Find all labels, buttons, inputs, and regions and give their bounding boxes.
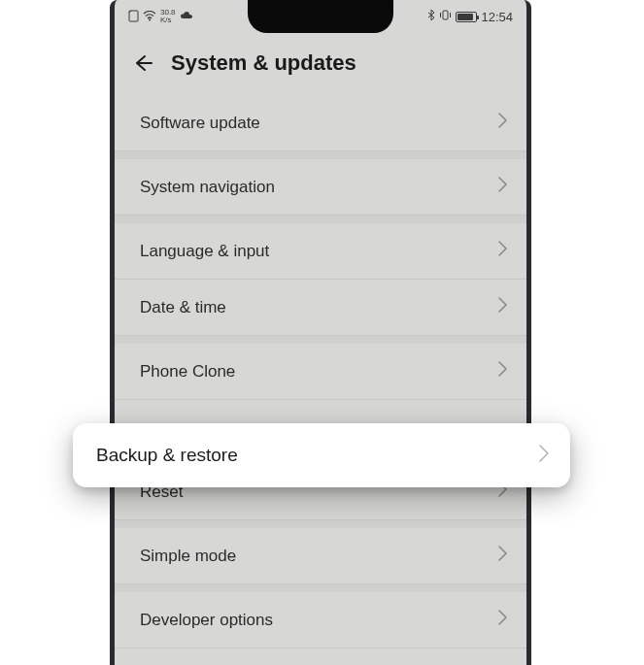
chevron-right-icon — [498, 241, 507, 261]
chevron-right-icon — [498, 546, 507, 566]
sim-icon — [128, 10, 139, 24]
item-language-input[interactable]: Language & input — [115, 216, 526, 280]
network-speed: 30.8 K/s — [160, 9, 176, 24]
item-label: Backup & restore — [96, 445, 238, 466]
item-label: Simple mode — [140, 547, 236, 566]
item-date-time[interactable]: Date & time — [115, 280, 526, 336]
clock: 12:54 — [481, 10, 513, 24]
item-system-navigation[interactable]: System navigation — [115, 151, 526, 216]
item-label: Software update — [140, 114, 260, 133]
page-title: System & updates — [171, 50, 356, 76]
cloud-icon — [180, 11, 193, 22]
svg-rect-2 — [443, 11, 448, 19]
bluetooth-icon — [427, 9, 435, 24]
battery-icon — [456, 12, 477, 22]
status-right: 12:54 — [427, 9, 513, 24]
wifi-icon — [143, 11, 156, 23]
svg-rect-0 — [129, 11, 138, 21]
item-developer-options[interactable]: Developer options — [115, 584, 526, 648]
svg-point-1 — [149, 18, 151, 20]
status-left: 30.8 K/s — [128, 9, 193, 24]
chevron-right-icon — [498, 361, 507, 382]
back-button[interactable] — [132, 52, 153, 74]
chevron-right-icon — [498, 113, 507, 133]
notch — [248, 0, 393, 33]
phone-frame: 30.8 K/s 12:54 System & updates Software… — [110, 0, 531, 665]
item-simple-mode[interactable]: Simple mode — [115, 520, 526, 584]
item-label: Phone Clone — [140, 362, 235, 382]
chevron-right-icon — [539, 445, 549, 467]
item-label: System navigation — [140, 178, 275, 197]
item-backup-restore[interactable]: Backup & restore — [73, 423, 570, 487]
chevron-right-icon — [498, 610, 507, 630]
page-header: System & updates — [115, 33, 526, 95]
settings-list: Software update System navigation Langua… — [115, 95, 526, 648]
chevron-right-icon — [498, 177, 507, 197]
item-label: Language & input — [140, 242, 269, 261]
vibrate-icon — [439, 9, 452, 24]
item-label: Developer options — [140, 611, 273, 630]
chevron-right-icon — [498, 297, 507, 317]
item-label: Date & time — [140, 298, 226, 317]
item-phone-clone[interactable]: Phone Clone — [115, 336, 526, 400]
item-software-update[interactable]: Software update — [115, 95, 526, 151]
